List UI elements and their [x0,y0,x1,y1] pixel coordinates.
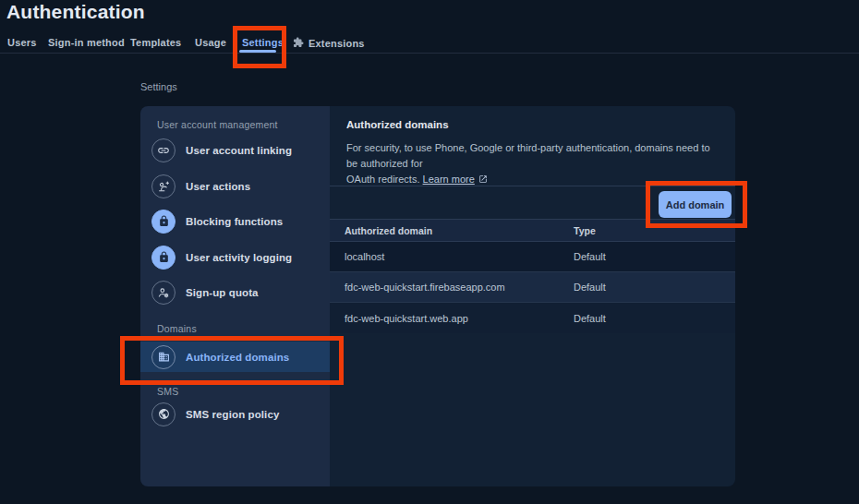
link-icon [151,138,175,162]
tab-usage[interactable]: Usage [195,37,226,48]
settings-sidebar: User account management User account lin… [140,106,330,486]
domain-cell: fdc-web-quickstart.firebaseapp.com [330,282,574,293]
description-line2: OAuth redirects. [346,174,419,185]
type-cell: Default [574,282,735,293]
description-line1: For security, to use Phone, Google or th… [346,140,720,172]
add-domain-button[interactable]: Add domain [659,191,732,218]
type-cell: Default [574,251,735,262]
sidebar-item-sign-up-quota[interactable]: Sign-up quota [140,274,330,310]
domain-cell: localhost [330,251,574,262]
sidebar-section-user-account-management: User account management [157,119,278,130]
sidebar-item-label: Authorized domains [186,352,289,363]
sidebar-item-label: User activity logging [186,252,292,263]
column-header-type: Type [574,225,735,236]
domain-cell: fdc-web-quickstart.web.app [330,313,574,324]
tab-extensions[interactable]: Extensions [293,37,365,50]
sidebar-item-blocking-functions[interactable]: Blocking functions [140,203,330,239]
settings-section-label: Settings [140,81,177,92]
firebase-authentication-settings-page: Authentication Users Sign-in method Temp… [0,0,859,504]
panel-heading: Authorized domains [346,119,449,130]
tab-sign-in-method[interactable]: Sign-in method [48,37,125,48]
settings-card: User account management User account lin… [140,106,735,486]
sidebar-section-domains: Domains [157,323,197,334]
authorized-domains-panel: Authorized domains For security, to use … [330,106,735,486]
globe-icon [151,402,175,426]
lock-icon [151,246,175,270]
page-title: Authentication [6,1,145,23]
tab-templates[interactable]: Templates [130,37,181,48]
sidebar-item-label: Blocking functions [186,216,283,227]
sidebar-item-user-actions[interactable]: User actions [140,168,330,204]
panel-description: For security, to use Phone, Google or th… [346,140,720,188]
lock-icon [151,210,175,234]
table-row[interactable]: localhost Default [330,242,735,272]
person-actions-icon [151,174,175,198]
puzzle-icon [293,37,304,50]
tab-extensions-label: Extensions [309,38,365,49]
manage-accounts-icon [151,281,175,305]
sidebar-item-label: User account linking [186,145,292,156]
sidebar-item-label: Sign-up quota [186,287,259,298]
sidebar-item-user-activity-logging[interactable]: User activity logging [140,239,330,275]
learn-more-link[interactable]: Learn more [423,174,475,185]
column-header-authorized-domain: Authorized domain [330,225,574,236]
sidebar-item-label: User actions [186,181,250,192]
sidebar-item-user-account-linking[interactable]: User account linking [140,132,330,168]
sidebar-item-sms-region-policy[interactable]: SMS region policy [140,396,330,432]
tabbar-divider [0,53,859,54]
table-header-row: Authorized domain Type [330,219,735,242]
domain-icon [151,345,175,369]
tab-users[interactable]: Users [7,37,37,48]
table-row[interactable]: fdc-web-quickstart.firebaseapp.com Defau… [330,272,735,303]
tab-settings[interactable]: Settings [242,37,284,48]
type-cell: Default [574,313,735,324]
table-row[interactable]: fdc-web-quickstart.web.app Default [330,303,735,333]
sidebar-item-label: SMS region policy [186,409,279,420]
sidebar-item-authorized-domains[interactable]: Authorized domains [140,342,330,372]
panel-divider [330,186,735,186]
